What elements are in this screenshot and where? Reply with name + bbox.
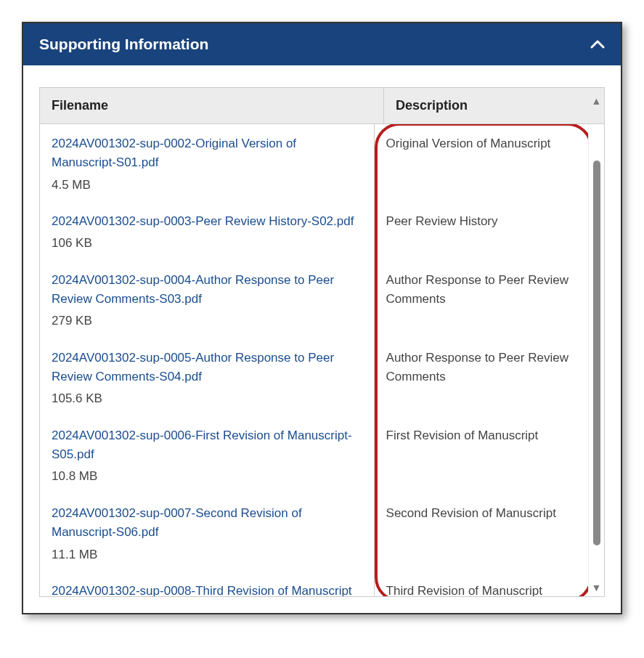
supporting-info-card: Supporting Information Filename Descript… (22, 22, 622, 614)
file-size: 11.1 MB (52, 545, 362, 564)
filename-cell: 2024AV001302-sup-0008-Third Revision of … (40, 572, 375, 596)
description-text: Second Revision of Manuscript (386, 506, 556, 520)
chevron-up-icon (590, 35, 605, 54)
file-link[interactable]: 2024AV001302-sup-0002-Original Version o… (52, 134, 362, 173)
description-text: Original Version of Manuscript (386, 137, 551, 150)
table-body: 2024AV001302-sup-0002-Original Version o… (40, 124, 604, 596)
description-cell: Second Revision of Manuscript (375, 494, 588, 572)
panel-header[interactable]: Supporting Information (23, 23, 621, 65)
filename-cell: 2024AV001302-sup-0007-Second Revision of… (40, 494, 375, 572)
file-size: 10.8 MB (52, 467, 362, 486)
scroll-up-icon[interactable]: ▲ (592, 94, 602, 108)
file-link[interactable]: 2024AV001302-sup-0004-Author Response to… (52, 271, 362, 309)
file-link[interactable]: 2024AV001302-sup-0005-Author Response to… (52, 349, 362, 387)
scrollbar-thumb[interactable] (593, 161, 600, 545)
filename-cell: 2024AV001302-sup-0003-Peer Review Histor… (40, 202, 375, 261)
filename-cell: 2024AV001302-sup-0004-Author Response to… (40, 261, 375, 338)
panel-body: Filename Description 2024AV001302-sup-00… (23, 65, 621, 613)
file-size: 106 KB (52, 234, 362, 253)
description-text: First Revision of Manuscript (386, 428, 539, 442)
file-size: 105.6 KB (52, 389, 362, 408)
scroll-down-icon[interactable]: ▼ (592, 580, 602, 595)
file-size: 279 KB (52, 312, 362, 330)
table-row: 2024AV001302-sup-0007-Second Revision of… (40, 494, 588, 572)
description-cell: Peer Review History (375, 202, 588, 261)
column-header-filename: Filename (40, 88, 384, 123)
table-row: 2024AV001302-sup-0006-First Revision of … (40, 416, 588, 494)
filename-cell: 2024AV001302-sup-0005-Author Response to… (40, 338, 375, 416)
panel-title: Supporting Information (39, 36, 208, 53)
column-header-description: Description (384, 88, 604, 123)
description-text: Author Response to Peer Review Comments (386, 351, 568, 383)
file-size: 4.5 MB (52, 176, 362, 195)
filename-cell: 2024AV001302-sup-0006-First Revision of … (40, 416, 375, 494)
table-row: 2024AV001302-sup-0005-Author Response to… (40, 338, 588, 416)
description-cell: Author Response to Peer Review Comments (375, 338, 588, 416)
file-link[interactable]: 2024AV001302-sup-0008-Third Revision of … (52, 582, 362, 596)
description-text: Author Response to Peer Review Comments (386, 273, 568, 306)
description-text: Third Revision of Manuscript (386, 584, 542, 596)
rows-container: 2024AV001302-sup-0002-Original Version o… (40, 124, 588, 596)
table-row: 2024AV001302-sup-0003-Peer Review Histor… (40, 202, 588, 261)
filename-cell: 2024AV001302-sup-0002-Original Version o… (40, 124, 375, 202)
description-cell: Original Version of Manuscript (375, 124, 588, 202)
table-row: 2024AV001302-sup-0004-Author Response to… (40, 261, 588, 338)
file-link[interactable]: 2024AV001302-sup-0007-Second Revision of… (52, 504, 362, 543)
file-link[interactable]: 2024AV001302-sup-0006-First Revision of … (52, 426, 362, 465)
description-cell: Third Revision of Manuscript (375, 572, 588, 596)
file-table: Filename Description 2024AV001302-sup-00… (39, 87, 605, 597)
scrollbar[interactable]: ▲ ▼ (588, 124, 604, 596)
file-link[interactable]: 2024AV001302-sup-0003-Peer Review Histor… (52, 212, 362, 231)
description-cell: Author Response to Peer Review Comments (375, 261, 588, 338)
table-row: 2024AV001302-sup-0002-Original Version o… (40, 124, 588, 202)
table-row: 2024AV001302-sup-0008-Third Revision of … (40, 572, 588, 596)
table-header-row: Filename Description (40, 88, 604, 124)
description-cell: First Revision of Manuscript (375, 416, 588, 494)
description-text: Peer Review History (386, 214, 498, 228)
